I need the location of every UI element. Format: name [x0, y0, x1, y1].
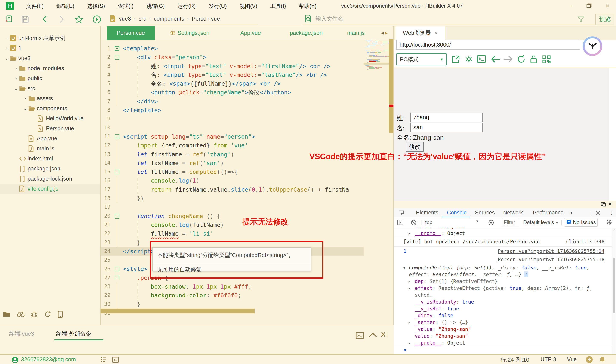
menu-item[interactable]: 编辑(E) [50, 0, 81, 12]
file-search[interactable] [303, 13, 601, 24]
browser-logo-icon[interactable] [583, 36, 602, 56]
code-line-28[interactable]: 28 box-shadow: 1px 1px 1px #fff; [100, 282, 364, 291]
debug-bug-icon[interactable] [30, 311, 38, 318]
explorer-files-icon[interactable] [3, 311, 11, 318]
forward-icon[interactable] [59, 15, 65, 23]
qr-code-icon[interactable] [542, 54, 551, 64]
info-icon[interactable]: i [524, 271, 528, 277]
devtools-tab-console[interactable]: Console [447, 209, 467, 216]
account-avatar-icon[interactable] [12, 357, 18, 363]
run-icon[interactable] [92, 15, 101, 24]
minimize-button[interactable]: − [567, 1, 576, 11]
change-name-button[interactable]: 修改 [406, 142, 424, 152]
menu-item[interactable]: 跳转(G) [140, 0, 171, 12]
search-input[interactable] [315, 15, 572, 22]
code-line-6[interactable]: 6 <button @click="changeName">修改</button… [100, 88, 364, 97]
editor-scrollbar[interactable] [389, 39, 393, 133]
tree-item-node_modules[interactable]: ›node_modules [0, 63, 100, 73]
code-line-20[interactable]: 20− function changeName () { [100, 212, 364, 221]
open-external-icon[interactable] [451, 54, 461, 64]
tab-scroll-arrows[interactable]: ◂▸ [381, 30, 389, 36]
code-line-4[interactable]: 4 名: <input type="text" v-model:="lastNa… [100, 70, 364, 79]
log-levels-select[interactable]: Default levels ▼ [523, 219, 559, 225]
code-line-2[interactable]: 2− <div class="person"> [100, 53, 364, 62]
devtools-tab-performance[interactable]: Performance [533, 209, 563, 216]
console-sidebar-icon[interactable] [397, 219, 403, 225]
menu-item[interactable]: 发行(U) [202, 0, 233, 12]
code-line-21[interactable]: 21 console.log(fullName) [100, 221, 364, 229]
restore-button[interactable] [584, 1, 594, 11]
tree-item-vue3[interactable]: ⌄vue3 [0, 53, 100, 63]
code-line-12[interactable]: 12 import {ref,computed} from 'vue' [100, 141, 364, 150]
close-button[interactable]: × [603, 1, 612, 11]
fold-marker-icon[interactable]: − [113, 168, 123, 176]
source-link[interactable]: Person.vue?import&t=1716369825755:14 [498, 248, 605, 255]
expand-open-icon[interactable]: ▼ [403, 264, 405, 271]
tree-item-HelloWorld.vue[interactable]: HelloWorld.vue [0, 113, 100, 123]
tree-item-index.html[interactable]: index.html [0, 154, 100, 164]
devtools-tab-sources[interactable]: Sources [475, 209, 495, 216]
expand-closed-icon[interactable]: ▶ [409, 319, 410, 326]
tree-item-uni-forms-[interactable]: ›uni-forms 表单示例 [0, 33, 100, 43]
console-filter-input[interactable] [502, 219, 520, 226]
chevron-down-icon[interactable]: ⌄ [13, 86, 19, 91]
tree-item-assets[interactable]: ›assets [0, 93, 100, 104]
expand-closed-icon[interactable]: ▶ [409, 278, 410, 285]
preview-button[interactable]: 预览 [595, 14, 614, 25]
update-download-icon[interactable] [586, 356, 593, 363]
devtools-more-tabs[interactable]: » [569, 209, 572, 216]
devtools-close-icon[interactable]: × [608, 201, 612, 208]
first-name-input[interactable] [411, 123, 483, 132]
browser-back-icon[interactable] [491, 55, 500, 63]
chevron-right-icon[interactable]: › [13, 76, 19, 81]
devtools-settings-gear-icon[interactable] [595, 210, 601, 216]
expand-closed-icon[interactable]: ▶ [409, 285, 410, 292]
code-line-15[interactable]: 15− let fullName = computed(()=>{ [100, 168, 364, 176]
editor-tab-App.vue[interactable]: App.vue [224, 26, 277, 40]
filter-funnel-icon[interactable] [577, 16, 584, 23]
menu-item[interactable]: 运行(R) [171, 0, 202, 12]
terminal-tab-1[interactable]: 终端-vue3 [9, 330, 34, 338]
fold-marker-icon[interactable]: − [113, 212, 123, 221]
chevron-right-icon[interactable]: › [22, 96, 28, 101]
devtools-tab-elements[interactable]: Elements [416, 209, 438, 216]
collapse-panel-icon[interactable] [369, 332, 377, 338]
device-phone-icon[interactable] [58, 311, 63, 318]
back-icon[interactable] [41, 15, 47, 23]
tree-item-vite.config.js[interactable]: vite.config.js [0, 184, 100, 194]
browser-settings-gear-icon[interactable] [464, 54, 474, 64]
devtools-tab-network[interactable]: Network [503, 209, 523, 216]
tree-item-public[interactable]: ›public [0, 73, 100, 83]
expand-closed-icon[interactable]: ▶ [409, 340, 410, 347]
refresh-icon[interactable] [44, 311, 51, 318]
chevron-right-icon[interactable]: › [4, 46, 10, 51]
console-settings-gear-icon[interactable] [606, 219, 612, 225]
menu-item[interactable]: 视图(V) [233, 0, 264, 12]
fold-marker-icon[interactable]: − [113, 273, 123, 282]
menu-item[interactable]: 查找(I) [111, 0, 140, 12]
tab-scroll-left-icon[interactable]: ◂ [381, 30, 385, 36]
last-name-input[interactable] [411, 113, 483, 122]
live-expression-eye-icon[interactable] [488, 219, 494, 226]
code-line-7[interactable]: 7 </div> [100, 97, 364, 106]
browser-refresh-icon[interactable] [517, 54, 526, 64]
scroll-up-icon[interactable]: ▲ [613, 228, 615, 231]
new-terminal-icon[interactable] [356, 331, 365, 339]
editor-tab-Settings.json[interactable]: Settings.json [155, 26, 224, 40]
clear-console-icon[interactable] [411, 219, 417, 226]
source-link[interactable]: Person.vue?import&t=1716369825755:18 [498, 256, 605, 263]
terminal-tab-2[interactable]: 终端-外部命令 [56, 330, 91, 338]
editor-tab-Person.vue[interactable]: Person.vue [107, 26, 155, 40]
code-line-22[interactable]: 22 fullName = 'li si' [100, 229, 364, 238]
context-select[interactable]: top [425, 219, 432, 225]
bookmark-star-icon[interactable] [74, 15, 83, 24]
browser-forward-icon[interactable] [503, 55, 513, 63]
cursor-line-indicator[interactable]: 行:24 [501, 356, 514, 364]
no-issues-badge[interactable]: No Issues [564, 218, 598, 227]
outline-list-icon[interactable] [100, 357, 107, 363]
fold-marker-icon[interactable]: − [113, 132, 123, 141]
tree-item-package.json[interactable]: package.json [0, 164, 100, 174]
encoding-indicator[interactable]: UTF-8 [540, 356, 556, 363]
code-line-11[interactable]: 11−<script setup lang="ts" name="person"… [100, 132, 364, 141]
close-terminal-icon[interactable]: X↓ [381, 331, 389, 338]
